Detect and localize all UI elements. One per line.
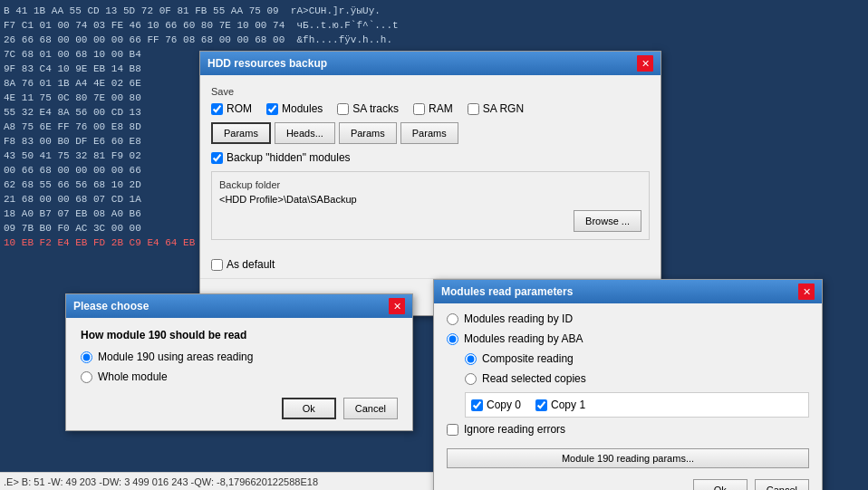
sa-tracks-checkbox[interactable]	[337, 103, 349, 115]
rom-label: ROM	[227, 102, 252, 115]
copy0-item: Copy 0	[471, 399, 521, 411]
sa-rgn-checkbox-item: SA RGN	[468, 102, 524, 115]
hex-line: 26 66 68 00 00 00 00 66 FF 76 08 68 00 0…	[4, 33, 431, 47]
composite-reading-label: Composite reading	[482, 352, 574, 365]
modules-checkbox-item: Modules	[266, 102, 323, 115]
status-text: .E> B: 51 -W: 49 203 -DW: 3 499 016 243 …	[4, 476, 318, 487]
reading-by-id-label: Modules reading by ID	[464, 312, 573, 325]
ram-checkbox[interactable]	[413, 103, 425, 115]
read-selected-copies-radio[interactable]	[465, 373, 477, 385]
hdd-dialog-close[interactable]: ✕	[637, 55, 653, 72]
hex-line: F7 C1 01 00 74 03 FE 46 10 66 60 80 7E 1…	[4, 18, 431, 33]
reading-by-aba-item: Modules reading by ABA	[447, 332, 809, 345]
modules-label: Modules	[282, 102, 323, 115]
choose-label-1: Module 190 using areas reading	[98, 351, 253, 363]
modules-dialog-title: Modules read parameters	[441, 285, 573, 298]
composite-reading-item: Composite reading	[465, 352, 809, 365]
hdd-dialog-body: Save ROM Modules SA tracks RAM SA RGN	[200, 75, 661, 258]
module-params-button[interactable]: Module 190 reading params...	[447, 448, 809, 468]
reading-by-id-radio[interactable]	[447, 313, 458, 325]
choose-ok-button[interactable]: Ok	[282, 398, 336, 419]
sa-tracks-checkbox-item: SA tracks	[337, 102, 399, 115]
choose-radio-2[interactable]	[81, 371, 92, 383]
as-default-label: As default	[227, 258, 275, 271]
reading-options-group: Modules reading by ID Modules reading by…	[447, 312, 809, 345]
read-selected-copies-label: Read selected copies	[482, 372, 586, 385]
backup-folder-path: <HDD Profile>\Data\SABackup	[219, 194, 641, 205]
copy1-label: Copy 1	[551, 399, 585, 411]
copy1-checkbox[interactable]	[535, 399, 547, 411]
copy0-label: Copy 0	[487, 399, 521, 411]
hdd-dialog-titlebar: HDD resources backup ✕	[200, 52, 661, 75]
choose-dialog-title: Please choose	[73, 300, 149, 312]
reading-by-aba-radio[interactable]	[447, 333, 458, 345]
backup-folder-section: Backup folder <HDD Profile>\Data\SABacku…	[211, 171, 650, 240]
reading-by-id-item: Modules reading by ID	[447, 312, 809, 325]
params1-button[interactable]: Params	[211, 122, 271, 144]
backup-hidden-label: Backup "hidden" modules	[227, 151, 351, 164]
composite-reading-radio[interactable]	[465, 353, 477, 365]
rom-checkbox-item: ROM	[211, 102, 252, 115]
sa-rgn-label: SA RGN	[483, 102, 524, 115]
backup-hidden-item: Backup "hidden" modules	[211, 151, 351, 164]
choose-dialog-titlebar: Please choose ✕	[66, 294, 412, 318]
modules-dialog-titlebar: Modules read parameters ✕	[434, 280, 822, 303]
save-checkboxes-row: ROM Modules SA tracks RAM SA RGN	[211, 102, 650, 115]
modules-ok-button[interactable]: Ok	[693, 479, 747, 490]
choose-question: How module 190 should be read	[81, 329, 398, 341]
modules-footer: Ok Cancel	[447, 476, 809, 490]
ignore-errors-checkbox[interactable]	[447, 424, 458, 436]
modules-checkbox[interactable]	[266, 103, 278, 115]
choose-option-1: Module 190 using areas reading	[81, 351, 398, 363]
backup-hidden-row: Backup "hidden" modules	[211, 151, 650, 164]
params2-button[interactable]: Params	[339, 122, 397, 144]
browse-row: Browse ...	[219, 210, 641, 232]
modules-dialog-body: Modules reading by ID Modules reading by…	[434, 303, 822, 490]
choose-cancel-button[interactable]: Cancel	[343, 398, 398, 419]
hdd-dialog-title: HDD resources backup	[207, 57, 327, 70]
hdd-dialog: HDD resources backup ✕ Save ROM Modules …	[199, 51, 661, 316]
save-label: Save	[211, 86, 650, 97]
ignore-errors-row: Ignore reading errors	[447, 423, 809, 436]
hex-line: B 41 1B AA 55 CD 13 5D 72 0F 81 FB 55 AA…	[4, 4, 431, 18]
reading-sub-options: Composite reading Read selected copies	[465, 352, 809, 385]
browse-button[interactable]: Browse ...	[574, 210, 641, 232]
backup-hidden-checkbox[interactable]	[211, 152, 223, 164]
ram-label: RAM	[429, 102, 453, 115]
choose-radio-1[interactable]	[81, 351, 92, 363]
choose-label-2: Whole module	[98, 370, 168, 383]
modules-dialog: Modules read parameters ✕ Modules readin…	[433, 279, 823, 490]
choose-dialog-close[interactable]: ✕	[389, 298, 405, 314]
choose-option-2: Whole module	[81, 370, 398, 383]
copies-box: Copy 0 Copy 1	[465, 392, 809, 418]
ram-checkbox-item: RAM	[413, 102, 453, 115]
modules-dialog-close[interactable]: ✕	[798, 283, 815, 300]
backup-folder-label: Backup folder	[219, 179, 641, 190]
sa-rgn-checkbox[interactable]	[468, 103, 479, 115]
as-default-checkbox[interactable]	[211, 259, 223, 271]
read-selected-copies-item: Read selected copies	[465, 372, 809, 385]
choose-dialog-body: How module 190 should be read Module 190…	[66, 318, 412, 430]
heads-button[interactable]: Heads...	[275, 122, 335, 144]
sa-tracks-label: SA tracks	[352, 102, 399, 115]
copy1-item: Copy 1	[535, 399, 585, 411]
modules-cancel-button[interactable]: Cancel	[755, 479, 809, 490]
copy0-checkbox[interactable]	[471, 399, 483, 411]
choose-dialog: Please choose ✕ How module 190 should be…	[65, 293, 413, 431]
reading-by-aba-label: Modules reading by ABA	[464, 332, 583, 345]
status-bar: .E> B: 51 -W: 49 203 -DW: 3 499 016 243 …	[0, 472, 435, 490]
params3-button[interactable]: Params	[400, 122, 458, 144]
choose-footer: Ok Cancel	[81, 390, 398, 419]
as-default-row: As default	[200, 258, 661, 278]
params-buttons-row: Params Heads... Params Params	[211, 122, 650, 144]
ignore-errors-label: Ignore reading errors	[464, 423, 565, 436]
rom-checkbox[interactable]	[211, 103, 223, 115]
